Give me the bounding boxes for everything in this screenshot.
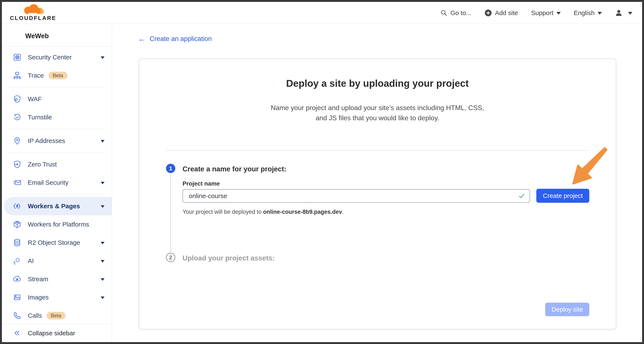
chevron-down-icon	[101, 242, 104, 244]
back-to-create-application-link[interactable]: ← Create an application	[138, 35, 212, 43]
chevron-down-icon	[101, 296, 104, 299]
beta-badge: Beta	[48, 72, 68, 79]
project-name-input[interactable]	[182, 189, 530, 203]
chevron-down-icon	[101, 140, 104, 143]
chevron-down-icon	[101, 260, 104, 262]
step-2-indicator: 2	[166, 253, 175, 262]
project-name-label: Project name	[182, 180, 220, 187]
create-project-button[interactable]: Create project	[536, 189, 589, 203]
divider	[9, 87, 105, 87]
divider	[166, 150, 589, 151]
sidebar-item-workers-for-platforms[interactable]: Workers for Platforms	[4, 215, 112, 233]
sidebar-item-label: Turnstile	[28, 114, 52, 121]
step-connector-line	[170, 174, 171, 253]
sidebar-item-label: Calls	[28, 312, 42, 319]
chevron-down-icon	[598, 12, 602, 15]
sidebar-item-trace[interactable]: Trace Beta	[4, 66, 112, 85]
page-description: Name your project and upload your site’s…	[197, 103, 558, 123]
sidebar-item-label: R2 Object Storage	[28, 239, 80, 246]
sidebar-item-zero-trust[interactable]: Zero Trust	[4, 155, 112, 173]
back-link-label: Create an application	[150, 35, 212, 43]
collapse-sidebar-button[interactable]: Collapse sidebar	[2, 324, 112, 342]
sidebar-item-r2-object-storage[interactable]: R2 Object Storage	[4, 233, 112, 252]
deploy-domain: online-course-8b9.pages.dev	[263, 209, 342, 215]
stream-cloud-play-icon	[12, 274, 22, 284]
go-to-label: Go to...	[450, 9, 471, 17]
email-security-icon	[12, 178, 22, 187]
user-avatar-icon	[615, 9, 622, 17]
sidebar-item-email-security[interactable]: Email Security	[4, 173, 112, 192]
cloudflare-logo-text: CLOUDFLARE	[10, 15, 56, 22]
chevron-down-icon	[101, 56, 104, 59]
sidebar-item-images[interactable]: Images	[4, 288, 112, 306]
add-site-button[interactable]: Add site	[484, 9, 518, 17]
annotation-arrow-icon	[567, 147, 609, 187]
sidebar-item-waf[interactable]: WAF	[4, 90, 112, 108]
top-nav-right: Go to... Add site Support E	[440, 9, 632, 17]
sidebar-item-label: Workers for Platforms	[28, 221, 89, 228]
sidebar-item-calls[interactable]: Calls Beta	[4, 306, 112, 324]
step-1-title: Create a name for your project:	[182, 165, 286, 173]
sidebar-item-workers-pages[interactable]: Workers & Pages	[4, 197, 112, 215]
cloudflare-logo[interactable]: CLOUDFLARE	[10, 4, 56, 22]
ip-addresses-pin-icon	[12, 136, 22, 146]
chevron-down-icon	[101, 278, 104, 281]
r2-database-icon	[12, 238, 22, 247]
screenshot-frame: CLOUDFLARE Go to...	[0, 0, 644, 344]
search-icon	[440, 9, 448, 17]
sidebar-item-ip-addresses[interactable]: IP Addresses	[4, 132, 112, 150]
security-center-vault-icon	[12, 53, 22, 62]
collapse-chevrons-icon	[13, 329, 22, 337]
main-content: ← Create an application Deploy a site by…	[112, 24, 642, 342]
plus-circle-icon	[484, 9, 492, 17]
sidebar-item-turnstile[interactable]: Turnstile	[4, 108, 112, 126]
step-2-title: Upload your project assets:	[182, 254, 275, 262]
beta-badge: Beta	[47, 312, 66, 319]
sidebar-item-label: IP Addresses	[28, 137, 65, 144]
chevron-down-icon	[628, 12, 632, 15]
go-to-search[interactable]: Go to...	[440, 9, 471, 17]
back-arrow-icon: ←	[138, 35, 146, 43]
cloudflare-cloud-icon	[22, 4, 45, 15]
sidebar-item-label: AI	[28, 257, 34, 264]
sidebar-item-label: Images	[28, 294, 48, 301]
zero-trust-shield-icon	[12, 160, 22, 169]
sidebar-item-label: Trace	[28, 72, 44, 79]
valid-checkmark-icon	[518, 193, 525, 199]
chevron-down-icon	[556, 12, 561, 15]
sidebar-item-label: Security Center	[28, 54, 72, 61]
sidebar-item-label: Workers & Pages	[28, 203, 80, 210]
account-menu[interactable]	[615, 9, 632, 17]
sidebar-item-label: WAF	[28, 95, 42, 103]
calls-phone-icon	[12, 311, 22, 320]
trace-icon	[12, 71, 22, 80]
language-label: English	[574, 9, 594, 17]
deploy-card: Deploy a site by uploading your project …	[139, 59, 616, 329]
sidebar-item-stream[interactable]: Stream	[4, 270, 112, 288]
sidebar: WeWeb Security Ce	[2, 24, 112, 342]
language-menu[interactable]: English	[574, 9, 602, 17]
add-site-label: Add site	[495, 9, 518, 17]
page-title: Deploy a site by uploading your project	[139, 78, 616, 89]
cloudflare-dashboard: CLOUDFLARE Go to...	[2, 2, 642, 342]
sidebar-item-security-center[interactable]: Security Center	[4, 48, 112, 66]
step-1-indicator: 1	[166, 164, 175, 173]
support-label: Support	[531, 9, 554, 17]
turnstile-icon	[12, 113, 22, 122]
sidebar-item-label: Stream	[28, 275, 48, 283]
project-name-field-wrap	[182, 189, 530, 203]
account-name: WeWeb	[25, 31, 112, 41]
sidebar-item-label: Email Security	[28, 179, 68, 186]
deploy-target-note: Your project will be deployed to online-…	[182, 209, 344, 215]
support-menu[interactable]: Support	[531, 9, 561, 17]
images-picture-icon	[12, 293, 22, 302]
deploy-site-button[interactable]: Deploy site	[545, 303, 589, 316]
sidebar-item-label: Zero Trust	[28, 161, 57, 168]
workers-pages-icon	[12, 201, 22, 211]
sidebar-nav: Security Center Trace Beta	[2, 47, 112, 324]
workers-platforms-cube-icon	[12, 220, 22, 229]
waf-shield-icon	[12, 94, 22, 104]
chevron-down-icon	[101, 205, 104, 208]
sidebar-item-ai[interactable]: AI	[4, 252, 112, 270]
divider	[9, 129, 105, 129]
